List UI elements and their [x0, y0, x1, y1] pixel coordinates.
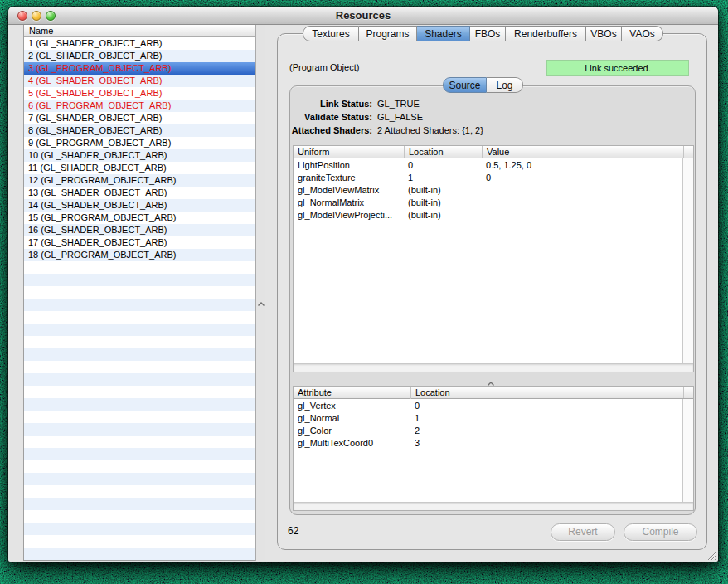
horizontal-scrollbar[interactable] [294, 363, 693, 372]
table-cell: gl_MultiTexCoord0 [294, 437, 373, 450]
vertical-splitter[interactable] [255, 25, 265, 561]
zoom-button[interactable] [46, 11, 56, 21]
list-stripe [24, 299, 255, 311]
list-item-label: 5 (GL_SHADER_OBJECT_ARB) [24, 87, 255, 100]
resource-tabs: TexturesProgramsShadersFBOsRenderbuffers… [303, 26, 663, 41]
tab-vbos[interactable]: VBOs [586, 26, 622, 41]
tab-fbos[interactable]: FBOs [470, 26, 506, 41]
titlebar[interactable]: Resources [8, 7, 718, 25]
name-column-header[interactable]: Name [24, 25, 255, 37]
list-item[interactable]: 3 (GL_PROGRAM_OBJECT_ARB) [24, 62, 255, 75]
list-stripe [24, 535, 255, 548]
list-item[interactable]: 17 (GL_SHADER_OBJECT_ARB) [24, 236, 255, 249]
status-field-label: Attached Shaders: [290, 124, 372, 137]
table-row[interactable]: LightPosition00.5, 1.25, 0 [294, 159, 682, 172]
list-item[interactable]: 15 (GL_PROGRAM_OBJECT_ARB) [24, 212, 255, 224]
list-stripe [24, 423, 255, 436]
horizontal-scrollbar[interactable] [294, 502, 693, 510]
table-cell: 1 [410, 412, 420, 425]
table-cell: (built-in) [404, 184, 441, 197]
uniform-table: UniformLocationValue LightPosition00.5, … [293, 145, 694, 372]
list-item[interactable]: 13 (GL_SHADER_OBJECT_ARB) [24, 187, 255, 199]
close-button[interactable] [17, 11, 27, 21]
resource-list: Name 1 (GL_SHADER_OBJECT_ARB)2 (GL_SHADE… [23, 25, 255, 561]
list-stripe [24, 261, 255, 274]
column-header-location[interactable]: Location [404, 146, 482, 158]
tab-programs[interactable]: Programs [359, 26, 417, 41]
status-code: 62 [288, 525, 298, 537]
list-stripe [24, 473, 255, 485]
minimize-button[interactable] [32, 11, 41, 21]
desktop: Resources Name 1 (GL_SHADER_OBJECT_ARB)2… [0, 0, 728, 584]
list-item[interactable]: 11 (GL_SHADER_OBJECT_ARB) [24, 162, 255, 174]
table-cell: 2 [410, 425, 420, 437]
table-row[interactable]: gl_Vertex0 [294, 400, 682, 412]
shaders-panel: (Program Object) Link succeeded. SourceL… [277, 33, 707, 550]
list-item[interactable]: 10 (GL_SHADER_OBJECT_ARB) [24, 149, 255, 162]
resource-list-rows: 1 (GL_SHADER_OBJECT_ARB)2 (GL_SHADER_OBJ… [24, 37, 255, 560]
table-cell: 0 [404, 159, 413, 172]
table-splitter[interactable] [484, 375, 497, 383]
table-row[interactable]: gl_ModelViewProjecti...(built-in) [294, 209, 682, 221]
attribute-table: AttributeLocation gl_Vertex0gl_Normal1gl… [293, 386, 694, 511]
table-row[interactable]: gl_ModelViewMatrix(built-in) [294, 184, 682, 197]
table-row[interactable]: graniteTexture10 [294, 172, 682, 184]
list-item-label: 1 (GL_SHADER_OBJECT_ARB) [24, 37, 255, 50]
compile-button[interactable]: Compile [624, 523, 697, 541]
list-item[interactable]: 14 (GL_SHADER_OBJECT_ARB) [24, 199, 255, 212]
column-header-value[interactable]: Value [482, 146, 684, 158]
list-stripe [24, 485, 255, 498]
tab-textures[interactable]: Textures [303, 26, 359, 41]
list-item-label: 7 (GL_SHADER_OBJECT_ARB) [24, 112, 255, 124]
revert-button[interactable]: Revert [551, 523, 615, 541]
list-item[interactable]: 1 (GL_SHADER_OBJECT_ARB) [24, 37, 255, 50]
table-row[interactable]: gl_Normal1 [294, 412, 682, 425]
resources-window: Resources Name 1 (GL_SHADER_OBJECT_ARB)2… [8, 7, 718, 562]
table-row[interactable]: gl_Color2 [294, 425, 682, 437]
list-stripe [24, 523, 255, 535]
list-item[interactable]: 7 (GL_SHADER_OBJECT_ARB) [24, 112, 255, 124]
splitter-grip-icon [257, 295, 265, 310]
subtab-log[interactable]: Log [487, 77, 523, 93]
source-tab-content: Link Status:GL_TRUEValidate Status:GL_FA… [289, 85, 696, 515]
list-item[interactable]: 12 (GL_PROGRAM_OBJECT_ARB) [24, 174, 255, 187]
tab-vaos[interactable]: VAOs [622, 26, 663, 41]
list-item[interactable]: 8 (GL_SHADER_OBJECT_ARB) [24, 124, 255, 137]
link-status-banner: Link succeeded. [546, 60, 689, 76]
table-cell: gl_Color [294, 425, 332, 437]
status-field-value: GL_TRUE [377, 97, 420, 110]
resize-grip[interactable] [706, 549, 716, 560]
column-header-uniform[interactable]: Uniform [294, 146, 404, 158]
table-cell: gl_ModelViewProjecti... [294, 209, 392, 221]
list-item[interactable]: 5 (GL_SHADER_OBJECT_ARB) [24, 87, 255, 100]
list-stripe [24, 548, 255, 560]
tab-renderbuffers[interactable]: Renderbuffers [506, 26, 586, 41]
list-item[interactable]: 18 (GL_PROGRAM_OBJECT_ARB) [24, 249, 255, 261]
list-item-label: 15 (GL_PROGRAM_OBJECT_ARB) [24, 212, 255, 224]
column-header-attribute[interactable]: Attribute [294, 387, 410, 399]
list-stripe [24, 398, 255, 411]
list-item[interactable]: 6 (GL_PROGRAM_OBJECT_ARB) [24, 100, 255, 112]
list-item-label: 9 (GL_PROGRAM_OBJECT_ARB) [24, 137, 255, 149]
vertical-scrollbar[interactable] [682, 158, 693, 363]
list-item[interactable]: 2 (GL_SHADER_OBJECT_ARB) [24, 50, 255, 62]
tab-shaders[interactable]: Shaders [417, 26, 470, 41]
table-row[interactable]: gl_NormalMatrix(built-in) [294, 197, 682, 209]
subtab-source[interactable]: Source [443, 77, 487, 93]
status-field-label: Link Status: [290, 97, 372, 110]
list-stripe [24, 498, 255, 510]
column-header-location[interactable]: Location [410, 387, 684, 399]
attribute-table-header: AttributeLocation [294, 387, 693, 399]
vertical-scrollbar[interactable] [682, 399, 693, 502]
table-row[interactable]: gl_MultiTexCoord03 [294, 437, 682, 450]
list-stripe [24, 348, 255, 361]
table-cell: 0 [410, 400, 420, 412]
list-item-label: 6 (GL_PROGRAM_OBJECT_ARB) [24, 100, 255, 112]
list-item[interactable]: 16 (GL_SHADER_OBJECT_ARB) [24, 224, 255, 236]
list-item-label: 3 (GL_PROGRAM_OBJECT_ARB) [24, 62, 255, 75]
list-item[interactable]: 4 (GL_SHADER_OBJECT_ARB) [24, 75, 255, 87]
table-cell: 1 [404, 172, 413, 184]
table-cell: gl_NormalMatrix [294, 197, 364, 209]
list-item-label: 10 (GL_SHADER_OBJECT_ARB) [24, 149, 255, 162]
list-item[interactable]: 9 (GL_PROGRAM_OBJECT_ARB) [24, 137, 255, 149]
